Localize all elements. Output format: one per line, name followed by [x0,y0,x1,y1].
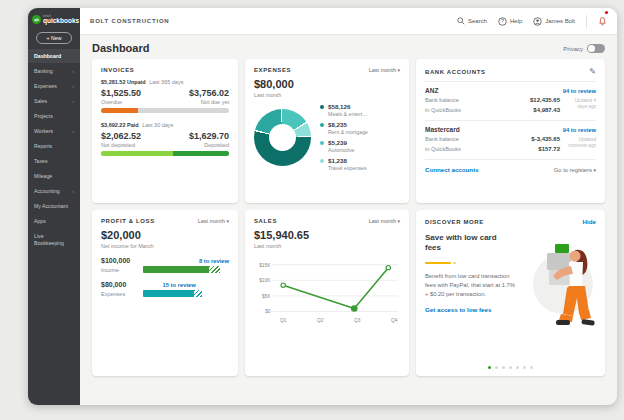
accent-bar [425,262,451,265]
help-button[interactable]: ? Help [498,17,522,26]
sidebar-item-live-bookkeeping[interactable]: Live Bookkeeping [28,229,80,250]
go-to-registers-dropdown[interactable]: Go to registers ▾ [554,167,596,173]
sidebar-item-expenses[interactable]: Expenses› [28,79,80,94]
sidebar-item-label: Apps [34,218,46,225]
invoices-title: INVOICES [101,67,134,73]
edit-pencil-icon[interactable]: ✎ [589,67,596,76]
expenses-review-link[interactable]: 15 to review [163,282,196,288]
not-deposited-bar-segment [101,151,173,156]
overdue-bar-segment [101,108,138,113]
sidebar-item-label: Banking [34,68,53,75]
legend-item: $5,239 Automotive [320,139,400,153]
carousel-dot[interactable] [516,366,519,369]
discover-more-card[interactable]: DISCOVER MORE Hide Save with low card fe… [416,210,605,376]
sales-total: $15,940.65 [254,229,400,241]
sidebar-item-projects[interactable]: Projects [28,109,80,124]
sidebar-item-reports[interactable]: Reports [28,139,80,154]
quickbooks-logo: qb intuit quickbooks [28,15,80,25]
quickbooks-balance-value: $157.72 [471,145,560,155]
sidebar-item-label: Taxes [34,158,48,165]
divider [425,120,596,121]
new-button[interactable]: + New [36,32,72,44]
sidebar-item-label: Dashboard [34,53,61,60]
net-income-label: Net income for March [101,243,229,249]
sidebar: qb intuit quickbooks + New Dashboard Ban… [28,8,80,405]
divider [425,81,596,82]
income-review-link[interactable]: 8 to review [199,258,229,264]
user-menu[interactable]: James Bolt [533,17,575,26]
search-button[interactable]: Search [457,17,487,25]
data-point-marker-selected[interactable] [351,305,358,312]
expenses-bar-hatched [194,290,203,297]
user-name: James Bolt [545,18,575,24]
sidebar-item-accounting[interactable]: Accounting› [28,184,80,199]
expenses-group: $80,000 15 to review Expenses [101,281,229,297]
carousel-dot[interactable] [488,366,491,369]
hide-link[interactable]: Hide [583,218,596,225]
mastercard-review-link[interactable]: 94 to review [563,127,596,133]
unpaid-summary: $5,281.52 Unpaid Last 365 days [101,79,229,85]
filter-label: Last month [369,218,396,224]
unpaid-period: Last 365 days [149,79,183,85]
data-point-marker[interactable] [386,265,390,269]
main-area: BOLT CONSTRUCTION Search ? Help James Bo… [80,8,617,405]
sidebar-item-taxes[interactable]: Taxes [28,154,80,169]
sidebar-item-banking[interactable]: Banking› [28,63,80,78]
sidebar-item-my-accountant[interactable]: My Accountant [28,199,80,214]
chevron-right-icon: › [72,128,74,135]
carousel-dot[interactable] [530,366,533,369]
sales-filter-dropdown[interactable]: Last month ▾ [369,218,400,224]
legend-dot [320,159,324,163]
profit-loss-card[interactable]: PROFIT & LOSS Last month ▾ $20,000 Net i… [92,210,238,376]
profit-loss-filter-dropdown[interactable]: Last month ▾ [198,218,229,224]
sales-period: Last month [254,243,400,249]
connect-accounts-link[interactable]: Connect accounts [425,166,479,173]
divider [586,15,587,28]
sidebar-item-label: My Accountant [34,203,68,210]
expenses-card[interactable]: EXPENSES Last month ▾ $80,000 Last month… [245,59,409,203]
page-title: Dashboard [92,42,149,54]
search-icon [457,17,465,25]
accent-dash [453,262,456,265]
paid-amount: $3,692.22 [101,122,125,128]
carousel-dot[interactable] [502,366,505,369]
account-name: Mastercard [425,126,460,133]
bank-balance-label: Bank balance [425,135,471,145]
deposited-bar-segment [173,151,229,156]
expenses-label: Expenses [101,291,143,297]
updated-note: Updated moments ago [560,135,596,154]
expenses-bar [143,290,229,297]
sales-card[interactable]: SALES Last month ▾ $15,940.65 Last month… [245,210,409,376]
legend-item: $8,235 Rent & mortgage [320,121,400,135]
sidebar-item-workers[interactable]: Workers› [28,124,80,139]
expenses-filter-dropdown[interactable]: Last month ▾ [369,67,400,73]
get-access-link[interactable]: Get access to low fees [425,306,491,313]
updated-note: Updated 4 days ago [560,96,596,115]
y-tick: $0 [265,309,271,314]
overdue-amount: $1,525.50 [101,88,141,98]
profit-loss-title: PROFIT & LOSS [101,218,155,224]
account-balances: Bank balance in QuickBooks $12,435.65 $4… [425,96,596,115]
income-group: $100,000 8 to review Income [101,257,229,273]
y-tick: $5K [262,294,271,299]
unpaid-label: Unpaid [127,79,146,85]
chevron-right-icon: › [72,68,74,75]
carousel-dot[interactable] [523,366,526,369]
sidebar-item-mileage[interactable]: Mileage [28,169,80,184]
legend-value: $1,238 [328,157,400,164]
sidebar-item-sales[interactable]: Sales› [28,94,80,109]
svg-text:?: ? [501,18,504,24]
bank-accounts-card[interactable]: BANK ACCOUNTS ✎ ANZ 94 to review Bank ba… [416,59,605,203]
carousel-dot[interactable] [495,366,498,369]
sidebar-item-apps[interactable]: Apps [28,214,80,229]
carousel-dot[interactable] [509,366,512,369]
data-point-marker[interactable] [281,283,285,287]
anz-review-link[interactable]: 94 to review [563,88,596,94]
privacy-toggle[interactable] [587,44,605,53]
expenses-bar-solid [143,290,194,297]
sidebar-item-dashboard[interactable]: Dashboard [28,49,80,64]
notifications-button[interactable] [598,12,607,30]
legend-label: Automotive [328,147,400,153]
not-due-amount: $3,756.02 [189,88,229,98]
invoices-card[interactable]: INVOICES $5,281.52 Unpaid Last 365 days … [92,59,238,203]
